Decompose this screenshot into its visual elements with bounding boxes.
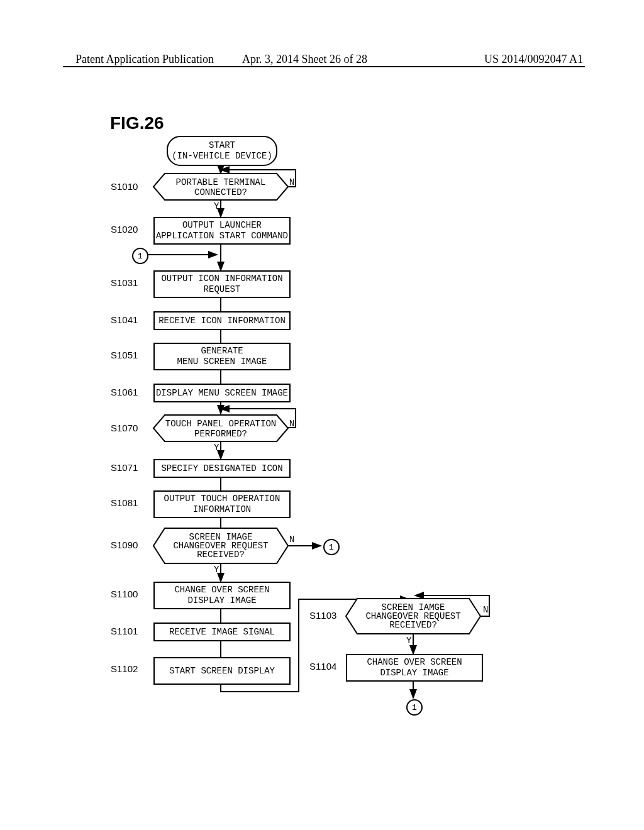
process-s1100: CHANGE OVER SCREENDISPLAY IMAGE: [153, 582, 291, 609]
svg-text:RECEIVED?: RECEIVED?: [197, 550, 245, 560]
process-text: RECEIVE ICON INFORMATION: [158, 316, 286, 326]
step-label: S1071: [111, 462, 138, 473]
flow-wires: [0, 0, 644, 830]
process-s1051: GENERATEMENU SCREEN IMAGE: [153, 343, 291, 370]
step-label: S1103: [309, 610, 336, 621]
connector-1-mid: 1: [323, 539, 340, 555]
decision-s1070: TOUCH PANEL OPERATION PERFORMED?: [153, 415, 288, 441]
label-n: N: [289, 419, 294, 429]
start-line2: (IN-VEHICLE DEVICE): [172, 151, 272, 162]
process-s1101: RECEIVE IMAGE SIGNAL: [153, 622, 291, 641]
start-terminator: START (IN-VEHICLE DEVICE): [167, 136, 277, 166]
step-label: S1010: [111, 181, 138, 192]
step-label: S1020: [111, 224, 138, 235]
step-label: S1070: [111, 423, 138, 433]
svg-text:TOUCH PANEL OPERATION: TOUCH PANEL OPERATION: [165, 419, 276, 429]
step-label: S1100: [111, 589, 138, 599]
process-text: RECEIVE IMAGE SIGNAL: [169, 627, 275, 638]
process-text: DISPLAY MENU SCREEN IMAGE: [156, 388, 288, 399]
step-label: S1090: [111, 540, 138, 550]
process-s1102: START SCREEN DISPLAY: [153, 657, 291, 685]
process-s1041: RECEIVE ICON INFORMATION: [153, 311, 291, 330]
label-y: Y: [214, 443, 219, 453]
step-label: S1104: [309, 661, 336, 672]
step-label: S1081: [111, 497, 138, 508]
process-text: OUTPUT ICON INFORMATIONREQUEST: [161, 274, 282, 295]
process-s1020: OUTPUT LAUNCHERAPPLICATION START COMMAND: [153, 217, 291, 245]
svg-text:RECEIVED?: RECEIVED?: [389, 620, 437, 630]
step-label: S1031: [111, 277, 138, 288]
process-text: CHANGE OVER SCREENDISPLAY IMAGE: [174, 585, 269, 606]
decision-s1010: PORTABLE TERMINAL CONNECTED?: [153, 174, 288, 200]
svg-text:CONNECTED?: CONNECTED?: [194, 187, 247, 197]
process-text: GENERATEMENU SCREEN IMAGE: [177, 346, 267, 367]
step-label: S1101: [111, 626, 138, 636]
step-label: S1061: [111, 387, 138, 397]
label-n: N: [483, 605, 488, 615]
process-s1081: OUTPUT TOUCH OPERATIONINFORMATION: [153, 490, 291, 518]
connector-1-left: 1: [132, 248, 148, 264]
process-text: CHANGE OVER SCREENDISPLAY IMAGE: [367, 657, 462, 678]
step-label: S1102: [111, 663, 138, 674]
decision-s1103: SCREEN IAMGE CHANGEOVER REQUEST RECEIVED…: [346, 599, 480, 634]
label-y: Y: [214, 565, 219, 575]
step-label: S1041: [111, 314, 138, 325]
process-s1071: SPECIFY DESIGNATED ICON: [153, 459, 291, 478]
svg-text:PORTABLE TERMINAL: PORTABLE TERMINAL: [176, 177, 266, 187]
process-text: START SCREEN DISPLAY: [169, 666, 275, 677]
connector-1-bottom: 1: [406, 699, 423, 716]
start-line1: START: [209, 140, 235, 151]
step-label: S1051: [111, 350, 138, 360]
label-y: Y: [214, 201, 219, 211]
process-text: OUTPUT LAUNCHERAPPLICATION START COMMAND: [156, 220, 288, 241]
process-s1104: CHANGE OVER SCREENDISPLAY IMAGE: [346, 654, 483, 682]
process-s1061: DISPLAY MENU SCREEN IMAGE: [153, 384, 291, 402]
process-s1031: OUTPUT ICON INFORMATIONREQUEST: [153, 270, 291, 298]
process-text: SPECIFY DESIGNATED ICON: [161, 463, 282, 474]
label-y: Y: [406, 636, 411, 646]
decision-s1090: SCREEN IMAGE CHANGEOVER REQUEST RECEIVED…: [153, 528, 288, 563]
label-n: N: [289, 534, 294, 545]
svg-text:PERFORMED?: PERFORMED?: [194, 429, 247, 439]
label-n: N: [289, 177, 294, 187]
process-text: OUTPUT TOUCH OPERATIONINFORMATION: [164, 494, 280, 515]
